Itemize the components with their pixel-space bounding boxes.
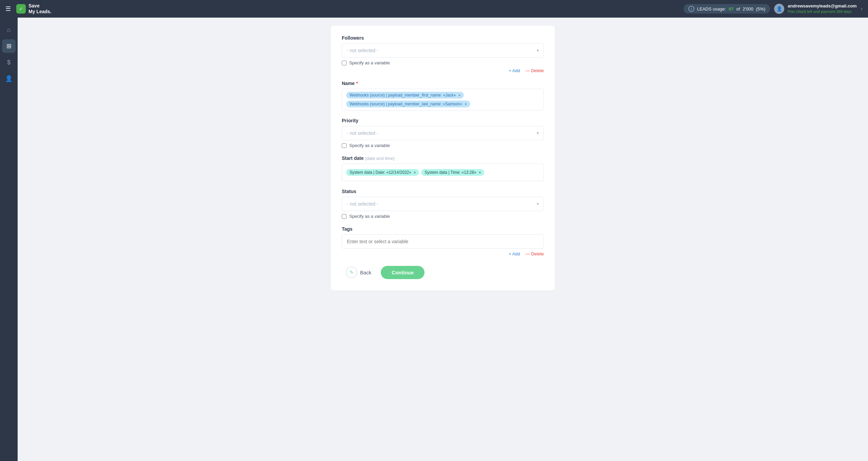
followers-dropdown-arrow-icon: ▾	[537, 48, 539, 53]
status-specify-label: Specify as a variable	[349, 214, 390, 219]
tags-action-row: + Add — Delete	[342, 251, 544, 256]
form-panel: Followers - not selected - ▾ Specify as …	[331, 26, 555, 290]
status-placeholder: - not selected -	[347, 201, 378, 207]
start-date-tag-date[interactable]: System data | Date: «12/14/2022» ×	[346, 169, 419, 176]
content-area: Followers - not selected - ▾ Specify as …	[18, 18, 868, 461]
followers-action-row: + Add — Delete	[342, 68, 544, 73]
logo-text: Save My Leads.	[28, 3, 52, 15]
start-date-tag-date-remove[interactable]: ×	[414, 170, 416, 174]
priority-specify-row: Specify as a variable	[342, 143, 544, 148]
user-section: 👤 andrewsavemyleads@gmail.com Plan |Star…	[774, 3, 856, 15]
followers-specify-row: Specify as a variable	[342, 60, 544, 65]
user-avatar: 👤	[774, 4, 784, 14]
status-dropdown[interactable]: - not selected - ▾	[342, 197, 544, 211]
sidebar-item-home[interactable]: ⌂	[2, 23, 16, 37]
status-dropdown-arrow-icon: ▾	[537, 202, 539, 206]
followers-delete-button[interactable]: — Delete	[526, 68, 544, 73]
priority-dropdown-arrow-icon: ▾	[537, 131, 539, 135]
tags-add-button[interactable]: + Add	[509, 251, 520, 256]
tags-delete-button[interactable]: — Delete	[526, 251, 544, 256]
followers-add-button[interactable]: + Add	[509, 68, 520, 73]
leads-count: 97	[729, 6, 733, 12]
name-field-group: Name * Webhooks (source) | payload_membe…	[342, 81, 544, 110]
tags-field-group: Tags + Add — Delete	[342, 226, 544, 256]
start-date-tag-input[interactable]: System data | Date: «12/14/2022» × Syste…	[342, 164, 544, 181]
tags-input[interactable]	[342, 234, 544, 249]
priority-field-group: Priority - not selected - ▾ Specify as a…	[342, 118, 544, 148]
navbar-chevron-icon[interactable]: ›	[861, 6, 863, 12]
back-icon: ✎	[346, 267, 357, 278]
followers-field-group: Followers - not selected - ▾ Specify as …	[342, 35, 544, 73]
followers-specify-label: Specify as a variable	[349, 60, 390, 65]
navbar: ☰ ✓ Save My Leads. i LEADS usage: 97 of …	[0, 0, 868, 18]
user-plan: Plan |Start| left until payment 369 days	[788, 9, 856, 14]
name-tag-first-name-remove[interactable]: ×	[458, 93, 460, 97]
sidebar: ⌂ ⊞ $ 👤	[0, 18, 18, 461]
continue-button[interactable]: Continue	[381, 266, 425, 279]
user-info: andrewsavemyleads@gmail.com Plan |Start|…	[788, 3, 856, 15]
leads-badge: i LEADS usage: 97 of 2'000 (5%)	[684, 4, 770, 14]
followers-specify-checkbox[interactable]	[342, 61, 347, 65]
logo: ✓ Save My Leads.	[16, 3, 52, 15]
menu-icon[interactable]: ☰	[5, 5, 11, 13]
back-label: Back	[360, 270, 371, 275]
status-field-group: Status - not selected - ▾ Specify as a v…	[342, 189, 544, 219]
name-tag-first-name[interactable]: Webhooks (source) | payload_member_first…	[346, 92, 464, 99]
back-button[interactable]: ✎ Back	[342, 264, 375, 281]
start-date-tag-time[interactable]: System data | Time: «13:28» ×	[421, 169, 484, 176]
priority-label: Priority	[342, 118, 544, 123]
status-label: Status	[342, 189, 544, 194]
start-date-label: Start date (date and time)	[342, 155, 544, 161]
continue-label: Continue	[392, 270, 414, 275]
priority-specify-checkbox[interactable]	[342, 143, 347, 148]
sidebar-item-billing[interactable]: $	[2, 56, 16, 69]
start-date-tag-time-remove[interactable]: ×	[479, 170, 481, 174]
info-icon: i	[688, 6, 694, 12]
priority-specify-label: Specify as a variable	[349, 143, 390, 148]
logo-icon: ✓	[16, 4, 26, 14]
sidebar-item-connect[interactable]: ⊞	[2, 39, 16, 53]
priority-dropdown[interactable]: - not selected - ▾	[342, 126, 544, 140]
tags-label: Tags	[342, 226, 544, 232]
priority-placeholder: - not selected -	[347, 130, 378, 136]
name-required-indicator: *	[356, 81, 358, 86]
status-specify-checkbox[interactable]	[342, 214, 347, 219]
name-tag-input[interactable]: Webhooks (source) | payload_member_first…	[342, 89, 544, 110]
followers-dropdown[interactable]: - not selected - ▾	[342, 43, 544, 58]
start-date-hint: (date and time)	[365, 156, 395, 161]
name-tag-last-name-remove[interactable]: ×	[465, 102, 467, 106]
name-label: Name *	[342, 81, 544, 86]
user-email: andrewsavemyleads@gmail.com	[788, 3, 856, 9]
button-row: ✎ Back Continue	[342, 264, 544, 281]
followers-label: Followers	[342, 35, 544, 41]
start-date-field-group: Start date (date and time) System data |…	[342, 155, 544, 181]
followers-placeholder: - not selected -	[347, 48, 378, 53]
name-tag-last-name[interactable]: Webhooks (source) | payload_member_last_…	[346, 101, 470, 107]
main-layout: ⌂ ⊞ $ 👤 Followers - not selected - ▾ Spe…	[0, 18, 868, 461]
status-specify-row: Specify as a variable	[342, 214, 544, 219]
sidebar-item-account[interactable]: 👤	[2, 72, 16, 85]
